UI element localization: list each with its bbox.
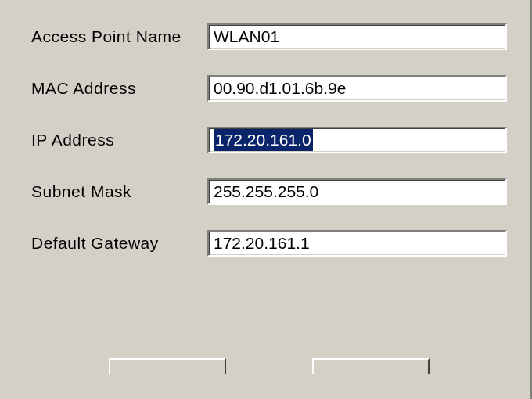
ip-address-input[interactable]: 172.20.161.0: [207, 127, 507, 153]
row-subnet-mask: Subnet Mask 255.255.255.0: [31, 178, 507, 205]
subnet-mask-input[interactable]: 255.255.255.0: [207, 178, 507, 205]
default-gateway-input[interactable]: 172.20.161.1: [207, 230, 507, 257]
default-gateway-value: 172.20.161.1: [214, 232, 310, 254]
row-ip-address: IP Address 172.20.161.0: [31, 127, 507, 153]
label-ip-address: IP Address: [31, 131, 207, 149]
button-row: [31, 358, 507, 374]
label-subnet-mask: Subnet Mask: [31, 182, 207, 201]
access-point-name-value: WLAN01: [214, 26, 279, 48]
ip-address-value: 172.20.161.0: [214, 129, 313, 151]
cancel-button[interactable]: [312, 358, 430, 374]
row-mac-address: MAC Address 00.90.d1.01.6b.9e: [31, 75, 507, 102]
network-config-form: Access Point Name WLAN01 MAC Address 00.…: [0, 0, 530, 374]
label-default-gateway: Default Gateway: [31, 234, 207, 253]
ok-button[interactable]: [109, 358, 226, 374]
text-caret: [314, 131, 315, 149]
mac-address-input[interactable]: 00.90.d1.01.6b.9e: [207, 75, 507, 102]
row-access-point-name: Access Point Name WLAN01: [31, 23, 507, 50]
access-point-name-input[interactable]: WLAN01: [207, 23, 507, 50]
row-default-gateway: Default Gateway 172.20.161.1: [31, 230, 507, 257]
subnet-mask-value: 255.255.255.0: [214, 181, 318, 203]
label-mac-address: MAC Address: [31, 79, 207, 98]
mac-address-value: 00.90.d1.01.6b.9e: [214, 77, 346, 99]
label-access-point-name: Access Point Name: [31, 27, 207, 46]
